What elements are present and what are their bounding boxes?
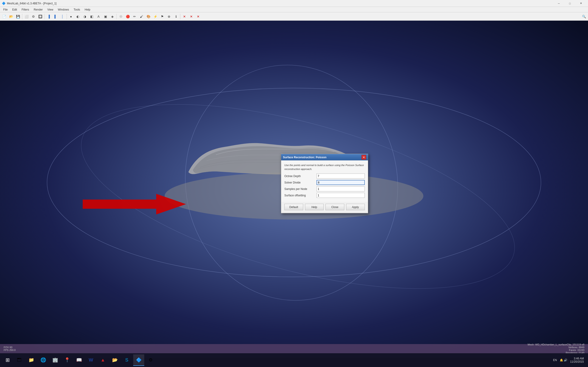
toolbar-btn-5[interactable]: ▌ — [52, 13, 59, 20]
taskbar-acrobat[interactable]: ▲ — [97, 354, 108, 366]
dialog-description: Use the points and normal to build a sur… — [284, 163, 365, 171]
menu-bar: FileEditFiltersRenderViewWindowsToolsHel… — [0, 7, 588, 12]
app-icon: 🔷 — [2, 2, 6, 5]
octree-depth-input[interactable] — [317, 174, 365, 179]
default-button[interactable]: Default — [284, 204, 303, 210]
taskbar-date: 11/20/2015 — [570, 360, 584, 363]
help-button[interactable]: Help — [305, 204, 324, 210]
toolbar-btn-1[interactable]: ⬜ — [23, 13, 30, 20]
toolbar-btn-17[interactable]: 🖌 — [138, 13, 145, 20]
toolbar-btn-3[interactable]: 🔲 — [37, 13, 43, 20]
menu-item-file[interactable]: File — [1, 7, 10, 12]
toolbar-btn-9[interactable]: ◑ — [82, 13, 88, 20]
taskbar-file-explorer[interactable]: 📁 — [26, 354, 37, 366]
octree-depth-label: Octree Depth — [284, 175, 317, 178]
samples-per-node-label: Samples per Node — [284, 187, 317, 191]
title-bar-left: 🔷 MeshLab_64bit v1.3.4BETA - [Project_1] — [2, 2, 57, 5]
dialog-close-button[interactable]: ✕ — [362, 155, 366, 160]
toolbar-new[interactable]: 📄 — [1, 13, 7, 20]
toolbar-btn-x3[interactable]: ✕ — [195, 13, 201, 20]
dialog-title-bar: Surface Reconstruction: Poisson ✕ — [281, 154, 368, 161]
solver-divide-field: Solver Divide — [284, 180, 365, 185]
taskbar-time: 3:46 AM — [570, 357, 584, 360]
toolbar-sep-4 — [116, 14, 117, 19]
status-mesh-info: Mesh: WD_HDchamber_L_surfaceClip_151119.… — [527, 343, 584, 354]
toolbar-sep-3 — [67, 14, 67, 19]
toolbar-btn-11[interactable]: A — [95, 13, 102, 20]
menu-item-view[interactable]: View — [45, 7, 56, 12]
surface-reconstruction-dialog: Surface Reconstruction: Poisson ✕ Use th… — [281, 154, 368, 213]
toolbar-btn-18[interactable]: 🎨 — [145, 13, 152, 20]
title-bar-title: MeshLab_64bit v1.3.4BETA - [Project_1] — [7, 2, 57, 5]
taskbar: ⊞ 🗔 📁 🌐 🏢 📍 📖 W ▲ 📂 S 🔷 ⚙ EN 🔔 🔊 3:46 AM… — [0, 353, 588, 367]
toolbar-btn-4[interactable]: ▐ — [45, 13, 52, 20]
toolbar-btn-10[interactable]: ◧ — [88, 13, 95, 20]
toolbar-btn-6[interactable]: │ — [59, 13, 66, 20]
toolbar-open[interactable]: 📂 — [8, 13, 14, 20]
toolbar-btn-15[interactable]: 🔴 — [124, 13, 131, 20]
taskbar-right: EN 🔔 🔊 3:46 AM 11/20/2015 — [553, 357, 586, 363]
maximize-button[interactable]: □ — [565, 0, 575, 7]
start-button[interactable]: ⊞ — [2, 354, 13, 366]
toolbar-btn-2[interactable]: ⚙ — [30, 13, 36, 20]
toolbar-sep-5 — [180, 14, 180, 19]
samples-per-node-input[interactable] — [317, 186, 365, 192]
svg-marker-4 — [83, 194, 186, 215]
taskbar-notification-icons: 🔔 🔊 — [560, 359, 567, 362]
menu-item-filters[interactable]: Filters — [19, 7, 32, 12]
samples-per-node-field: Samples per Node — [284, 186, 365, 192]
minimize-button[interactable]: ─ — [553, 0, 564, 7]
dialog-buttons: Default Help Close Apply — [281, 202, 368, 213]
close-button[interactable]: ✕ — [576, 0, 586, 7]
annotation-arrow — [83, 194, 186, 215]
taskbar-task-view[interactable]: 🗔 — [14, 354, 25, 366]
close-button[interactable]: Close — [326, 204, 344, 210]
menu-item-edit[interactable]: Edit — [10, 7, 19, 12]
title-bar-controls: ─ □ ✕ — [553, 0, 586, 7]
taskbar-language: EN — [553, 359, 557, 362]
menu-item-render[interactable]: Render — [32, 7, 45, 12]
taskbar-maps[interactable]: 📍 — [61, 354, 73, 366]
toolbar-search[interactable]: 🔍 — [581, 13, 587, 20]
surface-offsetting-field: Surface offsetting — [284, 193, 365, 198]
surface-offsetting-input[interactable] — [317, 193, 365, 198]
menu-item-tools[interactable]: Tools — [71, 7, 82, 12]
taskbar-app-2[interactable]: ⚙ — [145, 354, 156, 366]
toolbar-save[interactable]: 💾 — [15, 13, 21, 20]
toolbar-btn-x1[interactable]: ✕ — [181, 13, 188, 20]
taskbar-reading[interactable]: 📖 — [73, 354, 85, 366]
taskbar-clock[interactable]: 3:46 AM 11/20/2015 — [570, 357, 584, 363]
apply-button[interactable]: Apply — [346, 204, 365, 210]
menu-item-help[interactable]: Help — [82, 7, 93, 12]
toolbar-sep-1 — [22, 14, 22, 19]
surface-offsetting-label: Surface offsetting — [284, 194, 317, 197]
dialog-body: Use the points and normal to build a sur… — [281, 161, 368, 202]
toolbar-btn-20[interactable]: ⚑ — [159, 13, 165, 20]
taskbar-meshlab[interactable]: 🔷 — [133, 354, 144, 366]
toolbar-btn-19[interactable]: ⚡ — [152, 13, 158, 20]
toolbar-btn-12[interactable]: ▣ — [102, 13, 109, 20]
toolbar-btn-21[interactable]: ⊕ — [166, 13, 172, 20]
taskbar-skype[interactable]: S — [121, 354, 132, 366]
toolbar-btn-16[interactable]: ✏ — [131, 13, 138, 20]
solver-divide-label: Solver Divide — [284, 181, 317, 184]
taskbar-chrome[interactable]: 🌐 — [38, 354, 49, 366]
toolbar-btn-8[interactable]: ◐ — [75, 13, 81, 20]
toolbar-btn-14[interactable]: ☉ — [118, 13, 124, 20]
menu-item-windows[interactable]: Windows — [56, 7, 71, 12]
toolbar-btn-x2[interactable]: ✕ — [188, 13, 195, 20]
dialog-title-text: Surface Reconstruction: Poisson — [283, 156, 326, 159]
toolbar-btn-13[interactable]: ◈ — [109, 13, 115, 20]
toolbar-btn-22[interactable]: ℹ — [173, 13, 179, 20]
title-bar: 🔷 MeshLab_64bit v1.3.4BETA - [Project_1]… — [0, 0, 588, 7]
solver-divide-input[interactable] — [317, 180, 365, 185]
toolbar-sep-2 — [44, 14, 44, 19]
status-bar: FOV 60 FPS 250.0 Mesh: WD_HDchamber_L_su… — [0, 344, 588, 353]
status-fov: FOV 60 FPS 250.0 — [4, 346, 16, 351]
toolbar: 📄 📂 💾 ⬜ ⚙ 🔲 ▐ ▌ │ ● ◐ ◑ ◧ A ▣ ◈ ☉ 🔴 ✏ 🖌 … — [0, 12, 588, 21]
taskbar-office[interactable]: 🏢 — [50, 354, 61, 366]
toolbar-btn-7[interactable]: ● — [68, 13, 74, 20]
taskbar-word[interactable]: W — [86, 354, 96, 366]
octree-depth-field: Octree Depth — [284, 174, 365, 179]
taskbar-folder[interactable]: 📂 — [109, 354, 120, 366]
